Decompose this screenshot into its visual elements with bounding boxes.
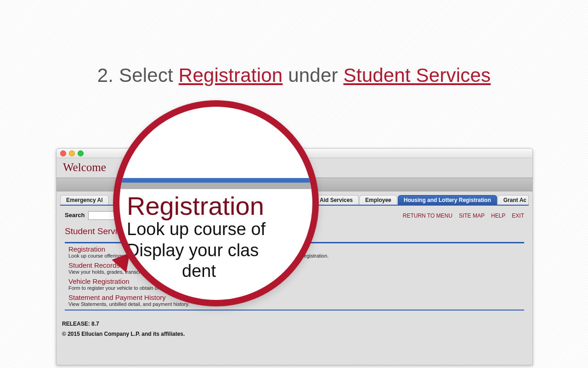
magnifier-callout: Registration Look up course of Display y…: [113, 100, 319, 306]
link-return-to-menu[interactable]: RETURN TO MENU: [403, 213, 452, 219]
magnifier-texts: Registration Look up course of Display y…: [127, 193, 319, 282]
utility-links: RETURN TO MENU SITE MAP HELP EXIT: [403, 213, 524, 219]
link-vehicle-registration[interactable]: Vehicle Registration: [68, 277, 130, 285]
link-help[interactable]: HELP: [491, 213, 505, 219]
copyright-text: © 2015 Ellucian Company L.P. and its aff…: [57, 327, 532, 337]
release-text: RELEASE: 8.7: [57, 312, 532, 327]
magnifier-line2: Display your clas: [127, 240, 319, 261]
instruction-link-student-services: Student Services: [344, 64, 491, 86]
link-statement-payment[interactable]: Statement and Payment History: [68, 293, 166, 301]
magnifier-inner: Registration Look up course of Display y…: [119, 107, 312, 300]
magnifier-heading: Registration: [127, 193, 319, 219]
tab-grant[interactable]: Grant Ac: [498, 195, 529, 205]
desc-vehicle-registration: Form to register your vehicle to obtain …: [68, 285, 520, 291]
minimize-icon[interactable]: [69, 150, 75, 156]
search-label: Search: [65, 212, 85, 218]
link-registration[interactable]: Registration: [68, 245, 105, 253]
tab-housing-lottery[interactable]: Housing and Lottery Registration: [398, 195, 497, 205]
divider-bottom: [65, 310, 524, 310]
instruction-prefix: 2. Select: [97, 64, 179, 86]
desc-statement-payment: View Statements, unbilled detail, and pa…: [68, 301, 520, 307]
instruction-heading: 2. Select Registration under Student Ser…: [0, 64, 588, 86]
instruction-link-registration: Registration: [179, 64, 283, 86]
magnifier-graybar: [113, 183, 319, 189]
instruction-mid: under: [283, 64, 343, 86]
maximize-icon[interactable]: [78, 150, 84, 156]
link-site-map[interactable]: SITE MAP: [459, 213, 485, 219]
tab-emergency[interactable]: Emergency Al: [60, 195, 109, 205]
close-icon[interactable]: [60, 150, 66, 156]
tab-employee[interactable]: Employee: [359, 195, 397, 205]
desc-student-records: View your holds, grades, transcripts,: [68, 269, 520, 275]
link-exit[interactable]: EXIT: [512, 213, 524, 219]
magnifier-bluebar: [113, 178, 319, 183]
menu-item-vehicle-registration: Vehicle Registration Form to register yo…: [68, 277, 520, 291]
menu-item-statement-payment: Statement and Payment History View State…: [68, 293, 520, 307]
magnifier-line1: Look up course of: [127, 219, 319, 240]
